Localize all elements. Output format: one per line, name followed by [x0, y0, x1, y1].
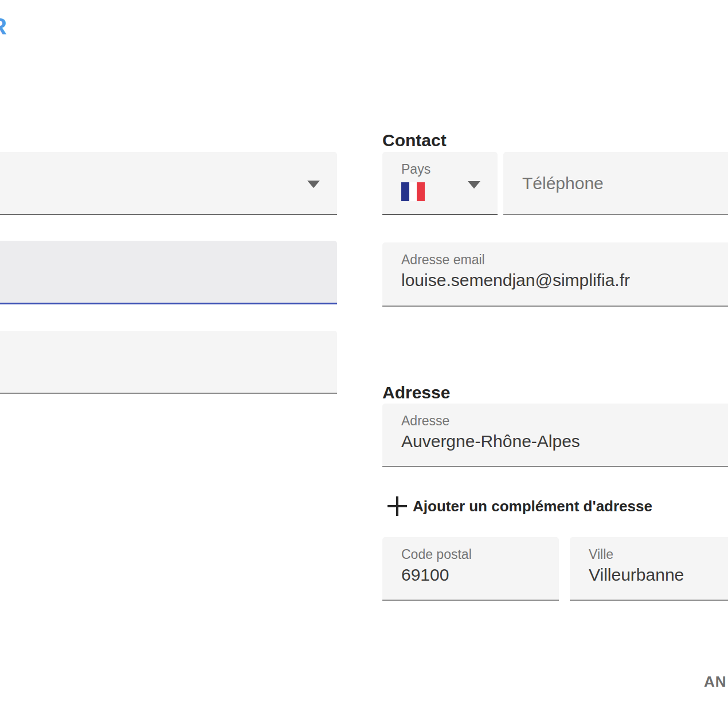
add-address-complement-label: Ajouter un complément d'adresse — [413, 498, 652, 515]
address-section-title: Adresse — [382, 383, 450, 402]
postal-code-field[interactable]: Code postal — [382, 537, 559, 601]
city-input[interactable] — [589, 565, 728, 585]
postal-code-input[interactable] — [401, 565, 549, 585]
contact-section-title: Contact — [382, 131, 447, 150]
left-focused-field[interactable] — [0, 241, 337, 304]
chevron-down-icon — [307, 181, 320, 188]
phone-input[interactable] — [522, 174, 728, 193]
email-input[interactable] — [401, 271, 728, 290]
postal-code-label: Code postal — [401, 547, 472, 562]
left-plain-field[interactable] — [0, 331, 337, 394]
city-field[interactable]: Ville — [570, 537, 728, 601]
flag-france-icon — [401, 182, 425, 201]
email-field[interactable]: Adresse email — [382, 242, 728, 307]
left-select-field[interactable] — [0, 152, 337, 215]
chevron-down-icon — [468, 181, 480, 189]
country-field-label: Pays — [401, 162, 430, 177]
city-field-label: Ville — [589, 547, 613, 562]
phone-field[interactable] — [503, 152, 728, 215]
email-field-label: Adresse email — [401, 252, 485, 268]
plus-icon — [388, 496, 407, 516]
form-dialog-screen: R Contact Pays Adresse email Adresse Adr… — [0, 0, 728, 728]
country-select-field[interactable]: Pays — [382, 152, 498, 215]
address-field[interactable]: Adresse — [382, 404, 728, 467]
address-input[interactable] — [401, 432, 728, 451]
cancel-button[interactable]: AN — [704, 673, 727, 691]
logo-fragment: R — [0, 15, 7, 38]
add-address-complement-button[interactable]: Ajouter un complément d'adresse — [388, 496, 652, 516]
address-field-label: Adresse — [401, 413, 449, 429]
